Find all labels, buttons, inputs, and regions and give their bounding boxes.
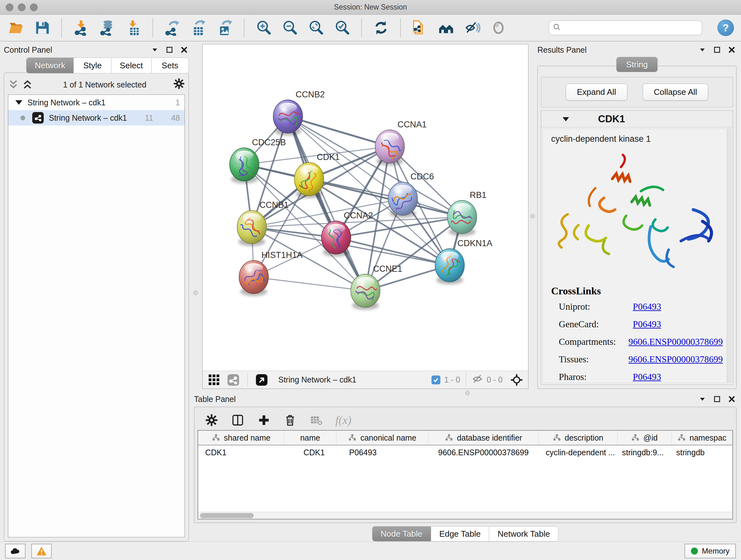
network-edge-CCNB2-CCNE1[interactable]: [288, 117, 365, 291]
network-node-CCNB2[interactable]: CCNB2: [273, 90, 325, 136]
network-collection-row[interactable]: String Network – cdk1 1: [8, 95, 185, 110]
cell-shared-name[interactable]: CDK1: [198, 445, 284, 459]
cell-id[interactable]: stringdb:9...: [617, 445, 672, 459]
node-section-header[interactable]: CDK1: [541, 111, 733, 127]
export-table-button[interactable]: [190, 19, 207, 37]
memory-button[interactable]: Memory: [684, 544, 736, 558]
import-table-file-button[interactable]: [125, 19, 142, 37]
grid-view-icon[interactable]: [207, 373, 221, 387]
network-birdseye-icon[interactable]: [226, 373, 240, 387]
panel-close-icon[interactable]: [179, 45, 189, 55]
zoom-out-button[interactable]: [281, 19, 299, 37]
splitter-handle[interactable]: [465, 391, 470, 395]
column-header-namespace[interactable]: namespac: [672, 431, 732, 445]
section-collapse-icon[interactable]: [562, 116, 570, 123]
import-network-database-button[interactable]: [98, 19, 116, 37]
search-input[interactable]: [563, 23, 698, 32]
collapse-all-networks-icon[interactable]: [8, 80, 19, 89]
network-canvas[interactable]: CCNB2CCNA1CDC25BCDK1CDC6RB1CCNB1CCNA2CDK…: [203, 44, 528, 371]
warnings-button[interactable]: [31, 544, 52, 558]
show-columns-icon[interactable]: [231, 413, 245, 427]
tab-select[interactable]: Select: [111, 57, 151, 73]
column-header-shared-name[interactable]: shared name: [198, 431, 284, 445]
network-edge-CDK1-RB1[interactable]: [309, 179, 462, 217]
splitter-handle[interactable]: [530, 214, 535, 219]
tab-string[interactable]: String: [616, 57, 658, 72]
table-settings-gear-icon[interactable]: [205, 413, 219, 427]
column-header-canonical-name[interactable]: canonical name: [336, 431, 428, 445]
crosslink-genecard-link[interactable]: P06493: [633, 319, 661, 329]
create-column-plus-icon[interactable]: [257, 413, 271, 427]
tab-node-table[interactable]: Node Table: [372, 526, 431, 542]
network-edge-CCNB2-CCNA1[interactable]: [288, 117, 390, 146]
zoom-in-button[interactable]: [255, 19, 273, 37]
crosslink-uniprot-link[interactable]: P06493: [633, 301, 661, 312]
hide-unhide-button[interactable]: [463, 19, 481, 37]
delete-table-icon[interactable]: [309, 413, 323, 427]
network-options-gear-icon[interactable]: [173, 78, 185, 91]
expand-all-button[interactable]: Expand All: [566, 84, 627, 101]
panel-float-icon[interactable]: [712, 394, 722, 404]
panel-float-icon[interactable]: [165, 45, 174, 55]
tab-style[interactable]: Style: [73, 57, 111, 73]
cell-name[interactable]: CDK1: [284, 445, 336, 459]
panel-menu-icon[interactable]: [150, 45, 159, 55]
scrollbar-thumb[interactable]: [200, 513, 254, 518]
zoom-selected-button[interactable]: [333, 19, 351, 37]
home-networks-button[interactable]: [437, 19, 455, 37]
tab-edge-table[interactable]: Edge Table: [431, 526, 489, 542]
cell-database-identifier[interactable]: 9606.ENSP00000378699: [428, 445, 539, 459]
panel-close-icon[interactable]: [727, 45, 737, 55]
network-node-CCNE1[interactable]: CCNE1: [351, 264, 402, 310]
expand-all-networks-icon[interactable]: [22, 80, 33, 89]
cell-namespace[interactable]: stringdb: [672, 445, 732, 459]
panel-menu-icon[interactable]: [697, 45, 707, 55]
crosslink-tissues-link[interactable]: 9606.ENSP00000378699: [628, 354, 723, 365]
refresh-button[interactable]: [372, 19, 390, 37]
network-node-CDK1[interactable]: CDK1: [294, 152, 340, 198]
crosslink-pharos-link[interactable]: P06493: [633, 372, 661, 382]
function-builder-icon[interactable]: f(x): [335, 414, 351, 427]
tab-sets[interactable]: Sets: [151, 57, 189, 73]
delete-column-trash-icon[interactable]: [283, 413, 297, 427]
column-header-name[interactable]: name: [284, 431, 336, 445]
tab-network[interactable]: Network: [26, 57, 73, 73]
crosslink-compartments-link[interactable]: 9606.ENSP00000378699: [628, 336, 723, 347]
fit-content-crosshair-icon[interactable]: [510, 373, 524, 387]
export-network-button[interactable]: [163, 19, 181, 37]
show-graphics-details-button[interactable]: [489, 19, 508, 37]
panel-close-icon[interactable]: [727, 394, 737, 404]
cell-canonical-name[interactable]: P06493: [336, 445, 428, 459]
export-image-button[interactable]: [216, 19, 233, 37]
panel-splitter[interactable]: [529, 44, 537, 389]
cell-description[interactable]: cyclin-dependent ...: [539, 445, 617, 459]
network-node-CCNB1[interactable]: CCNB1: [237, 200, 289, 246]
import-network-file-button[interactable]: [72, 19, 90, 37]
collapse-all-button[interactable]: Collapse All: [643, 84, 709, 101]
table-horizontal-scrollbar[interactable]: [198, 512, 732, 519]
cloud-status-button[interactable]: [5, 544, 25, 558]
string-document-button[interactable]: [411, 19, 429, 37]
zoom-fit-button[interactable]: [307, 19, 325, 37]
help-button[interactable]: ?: [718, 19, 734, 36]
network-node-CDKN1A[interactable]: CDKN1A: [435, 239, 492, 285]
panel-float-icon[interactable]: [712, 45, 722, 55]
panel-menu-icon[interactable]: [697, 394, 707, 404]
open-session-button[interactable]: [7, 19, 25, 37]
column-header-description[interactable]: description: [539, 431, 617, 445]
table-row[interactable]: CDK1 CDK1 P06493 9606.ENSP00000378699 cy…: [198, 445, 732, 459]
network-node-CCNA1[interactable]: CCNA1: [375, 120, 427, 166]
tree-expander-icon[interactable]: [15, 100, 22, 105]
network-row[interactable]: String Network – cdk1 11 48: [8, 110, 185, 125]
panel-splitter[interactable]: [189, 44, 202, 389]
save-session-button[interactable]: [33, 19, 51, 37]
export-view-icon[interactable]: [255, 373, 269, 387]
results-scrollbar[interactable]: [727, 129, 731, 383]
tab-network-table[interactable]: Network Table: [489, 526, 558, 542]
network-node-RB1[interactable]: RB1: [448, 190, 487, 236]
splitter-handle[interactable]: [193, 291, 198, 295]
selected-nodes-checkbox[interactable]: [431, 375, 441, 384]
network-node-HIST1H1A[interactable]: HIST1H1A: [239, 250, 302, 296]
column-header-id[interactable]: @id: [617, 431, 672, 445]
network-edge-HIST1H1A-CCNE1[interactable]: [254, 277, 365, 291]
